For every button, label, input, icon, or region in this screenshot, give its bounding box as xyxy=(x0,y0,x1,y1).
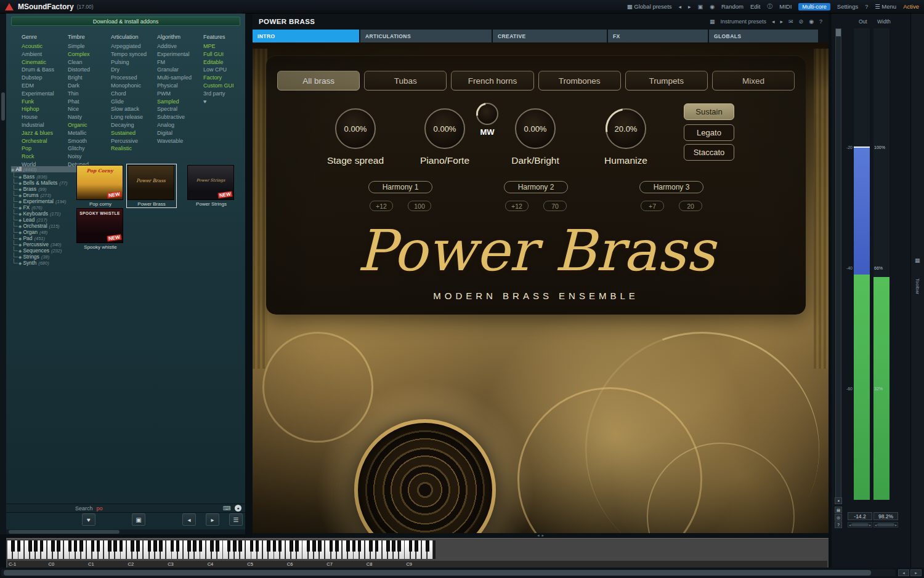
tree-item-synth[interactable]: ◈Synth(680) xyxy=(11,259,78,265)
black-key[interactable] xyxy=(199,540,203,552)
tag-organic[interactable]: Organic xyxy=(68,121,113,129)
eye-icon[interactable]: ◉ xyxy=(809,18,814,25)
black-key[interactable] xyxy=(295,540,299,552)
panel-icon[interactable]: ▣ xyxy=(698,4,703,10)
articulation-sustain[interactable]: Sustain xyxy=(684,103,734,120)
prev-preset-button[interactable]: ◂ xyxy=(182,513,196,526)
tree-item-sequences[interactable]: ◈Sequences(232) xyxy=(11,246,78,252)
black-key[interactable] xyxy=(415,540,418,552)
tag-monophonic[interactable]: Monophonic xyxy=(111,82,156,90)
black-key[interactable] xyxy=(17,540,21,552)
browser-scrollbar[interactable] xyxy=(6,529,245,534)
tag-complex[interactable]: Complex xyxy=(68,50,113,58)
knob-stage-spread[interactable]: 0.00% xyxy=(335,108,376,149)
tag-edm[interactable]: EDM xyxy=(22,82,67,90)
next-preset-button[interactable]: ▸ xyxy=(206,513,219,526)
tag-clean[interactable]: Clean xyxy=(68,58,113,66)
next-instrument-preset-icon[interactable]: ▸ xyxy=(780,18,784,25)
tag-nice[interactable]: Nice xyxy=(68,105,113,113)
black-key[interactable] xyxy=(153,540,157,552)
tag-distorted[interactable]: Distorted xyxy=(68,66,113,74)
black-key[interactable] xyxy=(369,540,373,552)
black-key[interactable] xyxy=(346,540,350,552)
harmony-3-amount[interactable]: 20 xyxy=(679,201,702,211)
search-row[interactable]: Search po ⌨ ● xyxy=(6,504,245,513)
harmony-2-amount[interactable]: 70 xyxy=(543,201,567,211)
tag-low-cpu[interactable]: Low CPU xyxy=(203,66,245,74)
tag-orchestral[interactable]: Orchestral xyxy=(22,137,67,145)
tag-full-gui[interactable]: Full GUI xyxy=(203,50,245,58)
harmony-2-transpose[interactable]: +12 xyxy=(505,201,529,211)
browser-menu-button[interactable]: ☰ xyxy=(229,513,243,526)
thumbnail-spooky-whistle[interactable]: SPOOKY WHISTLENEWSpooky whistle xyxy=(76,208,124,250)
thumbnail-pop-corny[interactable]: Pop CornyNEWPop corny xyxy=(76,165,124,207)
black-key[interactable] xyxy=(193,540,197,552)
tag-dark[interactable]: Dark xyxy=(68,82,113,90)
target-button[interactable]: ◎ xyxy=(835,514,842,521)
tag-spectral[interactable]: Spectral xyxy=(157,105,203,113)
black-key[interactable] xyxy=(352,540,356,552)
tag-custom-gui[interactable]: Custom GUI xyxy=(203,82,245,90)
thumbnail-power-brass[interactable]: Power BrassPower Brass xyxy=(128,165,176,207)
harmony-3-button[interactable]: Harmony 3 xyxy=(639,181,703,193)
meter-range-handle[interactable] xyxy=(836,29,841,36)
tree-item-bells-mallets[interactable]: ◈Bells & Mallets(77) xyxy=(11,179,78,185)
ensemble-all-brass[interactable]: All brass xyxy=(277,71,360,90)
black-key[interactable] xyxy=(335,540,339,552)
help-icon[interactable]: ? xyxy=(865,4,868,10)
black-key[interactable] xyxy=(57,540,60,552)
bottom-scrollbar-thumb[interactable] xyxy=(4,570,871,576)
black-key[interactable] xyxy=(171,540,174,552)
tag-dubstep[interactable]: Dubstep xyxy=(22,74,67,82)
next-global-preset-icon[interactable]: ▸ xyxy=(688,4,691,10)
tag-drum-bass[interactable]: Drum & Bass xyxy=(22,66,67,74)
instrument-presets-label[interactable]: Instrument presets xyxy=(720,18,766,25)
knob-dark-bright[interactable]: 0.00% xyxy=(515,108,556,149)
tree-item-fx[interactable]: ◈FX(676) xyxy=(11,203,78,209)
tag-decaying[interactable]: Decaying xyxy=(111,121,156,129)
black-key[interactable] xyxy=(278,540,282,552)
help-button[interactable]: ? xyxy=(835,521,842,528)
tag-glitchy[interactable]: Glitchy xyxy=(68,145,113,153)
tag-noisy[interactable]: Noisy xyxy=(68,153,113,161)
tag-editable[interactable]: Editable xyxy=(203,58,245,66)
black-key[interactable] xyxy=(79,540,83,552)
black-key[interactable] xyxy=(216,540,219,552)
tag-thin[interactable]: Thin xyxy=(68,90,113,98)
scroll-right-button[interactable]: ▸ xyxy=(910,569,922,576)
black-key[interactable] xyxy=(148,540,152,552)
tag-glide[interactable]: Glide xyxy=(111,98,156,106)
tag-hiphop[interactable]: Hiphop xyxy=(22,105,67,113)
harmony-1-button[interactable]: Harmony 1 xyxy=(368,181,432,193)
black-key[interactable] xyxy=(267,540,270,552)
black-key[interactable] xyxy=(273,540,277,552)
chevron-left-icon[interactable]: ◂ xyxy=(849,523,851,527)
virtual-keyboard-icon[interactable]: ⌨ xyxy=(223,505,231,512)
black-key[interactable] xyxy=(386,540,390,552)
tag-sustained[interactable]: Sustained xyxy=(111,129,156,137)
bottom-scrollbar[interactable] xyxy=(1,569,896,576)
ensemble-trombones[interactable]: Trombones xyxy=(538,71,621,90)
tag-subtractive[interactable]: Subtractive xyxy=(157,113,203,121)
tree-item-percussive[interactable]: ◈Percussive(340) xyxy=(11,240,78,246)
tag-favorite[interactable]: ♥ xyxy=(203,98,245,106)
help-icon[interactable]: ? xyxy=(819,18,822,25)
tag-phat[interactable]: Phat xyxy=(68,98,113,106)
tree-item-lead[interactable]: ◈Lead(217) xyxy=(11,215,78,222)
articulation-staccato[interactable]: Staccato xyxy=(684,144,734,161)
black-key[interactable] xyxy=(68,540,72,552)
chevron-left-icon[interactable]: ◂ xyxy=(875,523,877,527)
menu-edit[interactable]: Edit xyxy=(750,3,760,10)
black-key[interactable] xyxy=(375,540,379,552)
tag-processed[interactable]: Processed xyxy=(111,74,156,82)
tag-fm[interactable]: FM xyxy=(157,58,203,66)
width-mini-scrollbar[interactable]: ◂ ▸ xyxy=(873,522,898,528)
tag-rock[interactable]: Rock xyxy=(22,153,67,161)
black-key[interactable] xyxy=(238,540,242,552)
black-key[interactable] xyxy=(307,540,310,552)
tag-funk[interactable]: Funk xyxy=(22,98,67,106)
thumbnail-power-strings[interactable]: Power StringsNEWPower Strings xyxy=(187,165,235,207)
black-key[interactable] xyxy=(34,540,38,552)
clear-search-icon[interactable]: ● xyxy=(235,505,241,512)
tag-additive[interactable]: Additive xyxy=(157,42,203,50)
